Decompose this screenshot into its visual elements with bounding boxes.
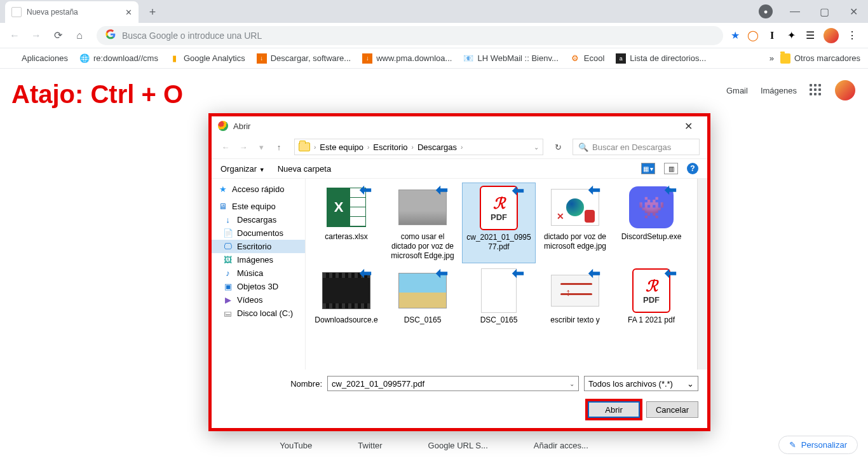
file-tile[interactable]: DSC_0165 <box>462 266 536 328</box>
bookmark-item-0[interactable]: 🌐re:download//cms <box>79 53 158 64</box>
file-type-filter[interactable]: Todos los archivos (*.*)⌄ <box>584 376 698 391</box>
personalize-button[interactable]: ✎ Personalizar <box>778 436 858 454</box>
filename-label: Nombre: <box>220 379 322 389</box>
sidebar-3d[interactable]: ▣Objetos 3D <box>212 280 305 293</box>
scrollbar[interactable] <box>697 179 707 370</box>
open-button[interactable]: Abrir <box>588 401 640 418</box>
extensions-puzzle-icon[interactable]: ✦ <box>785 30 797 41</box>
sidebar-quick-access[interactable]: ★Acceso rápido <box>212 183 305 196</box>
sidebar-images[interactable]: 🖼Imágenes <box>212 253 305 266</box>
dialog-recent-button[interactable]: ▾ <box>255 142 268 152</box>
new-folder-button[interactable]: Nueva carpeta <box>278 164 332 174</box>
extension-icon-1[interactable]: ◯ <box>747 30 759 41</box>
dialog-refresh-button[interactable]: ↻ <box>548 142 567 152</box>
filename-input[interactable]: cw_2021_01_099577.pdf⌄ <box>327 376 579 391</box>
apps-button[interactable]: Aplicaciones <box>8 53 68 64</box>
apps-label: Aplicaciones <box>22 53 68 63</box>
bookmark-star-icon[interactable]: ★ <box>731 29 740 41</box>
sidebar-local-disk[interactable]: 🖴Disco local (C:) <box>212 307 305 320</box>
bookmark-item-1[interactable]: ▮Google Analytics <box>170 53 245 64</box>
disk-icon: 🖴 <box>223 308 233 318</box>
organize-button[interactable]: Organizar ▼ <box>220 164 265 174</box>
images-link[interactable]: Imágenes <box>761 86 797 95</box>
bookmarks-overflow[interactable]: » <box>770 53 774 63</box>
reload-button[interactable]: ⟳ <box>48 26 67 45</box>
sidebar-videos[interactable]: ▶Vídeos <box>212 293 305 307</box>
gmail-link[interactable]: Gmail <box>726 86 748 95</box>
browser-tab[interactable]: Nueva pestaña ✕ <box>5 1 139 23</box>
file-open-dialog: Abrir ✕ ← → ▾ ↑ › Este equipo › Escritor… <box>208 113 710 431</box>
dialog-close-button[interactable]: ✕ <box>675 120 701 132</box>
sync-icon <box>663 183 677 199</box>
new-tab-button[interactable]: + <box>144 3 161 21</box>
bookmark-item-6[interactable]: aLista de directorios... <box>616 53 706 64</box>
file-tile-selected[interactable]: ℛPDF cw_2021_01_099577.pdf <box>462 183 536 263</box>
view-mode-button[interactable]: ▦ ▾ <box>641 163 655 174</box>
reading-list-icon[interactable]: ☰ <box>804 30 816 41</box>
minimize-button[interactable]: — <box>780 2 810 21</box>
dialog-back-button[interactable]: ← <box>219 142 232 152</box>
cancel-button[interactable]: Cancelar <box>646 401 698 418</box>
chevron-down-icon[interactable]: ⌄ <box>534 144 539 151</box>
newtab-top-nav: Gmail Imágenes <box>726 80 855 100</box>
dialog-forward-button[interactable]: → <box>237 142 250 152</box>
file-tile[interactable]: ℛPDF FA 1 2021 pdf <box>614 266 688 328</box>
forward-button[interactable]: → <box>27 26 46 45</box>
guest-icon[interactable]: ● <box>759 4 773 18</box>
bookmarks-bar: Aplicaciones 🌐re:download//cms ▮Google A… <box>0 48 868 69</box>
dialog-breadcrumb[interactable]: › Este equipo › Escritorio › Descargas ›… <box>294 139 543 155</box>
file-tile[interactable]: 👾 DiscordSetup.exe <box>614 183 688 263</box>
shortcut-twitter[interactable]: Twitter <box>358 441 382 450</box>
bookmark-item-4[interactable]: 📧LH WebMail :: Bienv... <box>463 53 558 64</box>
shortcut-add[interactable]: Añadir acces... <box>534 441 588 450</box>
file-tile[interactable]: ✕ dictado por voz de microsoft edge.jpg <box>538 183 612 263</box>
tab-close-icon[interactable]: ✕ <box>125 8 132 17</box>
dialog-up-button[interactable]: ↑ <box>273 142 285 152</box>
apps-grid-icon <box>8 53 18 64</box>
profile-avatar[interactable] <box>824 28 839 43</box>
file-tile[interactable]: ↕ escribir texto y <box>538 266 612 328</box>
file-tile[interactable]: Downloadsource.e <box>309 266 383 328</box>
toolbar: ← → ⟳ ⌂ Busca Google o introduce una URL… <box>0 23 868 48</box>
sidebar-desktop[interactable]: 🖵Escritorio <box>212 240 305 253</box>
sync-icon <box>587 266 601 282</box>
sidebar-downloads[interactable]: ↓Descargas <box>212 213 305 226</box>
sync-icon <box>358 183 372 199</box>
other-bookmarks[interactable]: Otros marcadores <box>780 53 860 64</box>
star-icon: ★ <box>218 184 227 194</box>
help-icon[interactable]: ? <box>687 163 698 174</box>
shortcut-google-url[interactable]: Google URL S... <box>428 441 488 450</box>
video-icon: ▶ <box>223 295 233 305</box>
back-button[interactable]: ← <box>5 26 24 45</box>
folder-icon <box>780 53 790 64</box>
preview-pane-button[interactable]: ▥ <box>664 163 678 174</box>
chevron-down-icon[interactable]: ⌄ <box>569 380 574 387</box>
bookmark-item-3[interactable]: ↓www.pma.downloa... <box>362 53 452 64</box>
file-tile[interactable]: DSC_0165 <box>386 266 459 328</box>
bookmark-item-5[interactable]: ⚙Ecool <box>570 53 605 64</box>
file-tile[interactable]: X carteras.xlsx <box>309 183 383 263</box>
omnibox[interactable]: Busca Google o introduce una URL <box>97 26 723 45</box>
bookmark-item-2[interactable]: ↓Descargar, software... <box>257 53 351 64</box>
extension-icon-2[interactable]: I <box>766 30 778 41</box>
menu-icon[interactable]: ⋮ <box>846 30 858 41</box>
sidebar-this-pc[interactable]: 🖥Este equipo <box>212 200 305 213</box>
dialog-nav: ← → ▾ ↑ › Este equipo › Escritorio › Des… <box>212 135 707 158</box>
file-tile[interactable]: como usar el dictado por voz de microsof… <box>386 183 459 263</box>
maximize-button[interactable]: ▢ <box>810 2 839 21</box>
chevron-down-icon: ⌄ <box>687 379 694 389</box>
close-window-button[interactable]: ✕ <box>839 2 868 21</box>
shortcut-youtube[interactable]: YouTube <box>280 441 312 450</box>
tab-title: Nueva pestaña <box>27 8 78 17</box>
home-button[interactable]: ⌂ <box>70 26 89 45</box>
sync-icon <box>435 183 449 199</box>
download-icon: ↓ <box>223 215 233 225</box>
sync-icon <box>663 266 677 282</box>
account-avatar[interactable] <box>835 80 855 100</box>
sidebar-music[interactable]: ♪Música <box>212 266 305 280</box>
sidebar-documents[interactable]: 📄Documentos <box>212 226 305 240</box>
dialog-search-input[interactable]: 🔍 Buscar en Descargas <box>573 139 700 155</box>
google-apps-icon[interactable] <box>810 84 822 97</box>
tab-bar: Nueva pestaña ✕ + ● — ▢ ✕ <box>0 0 868 23</box>
sync-icon <box>511 266 525 282</box>
